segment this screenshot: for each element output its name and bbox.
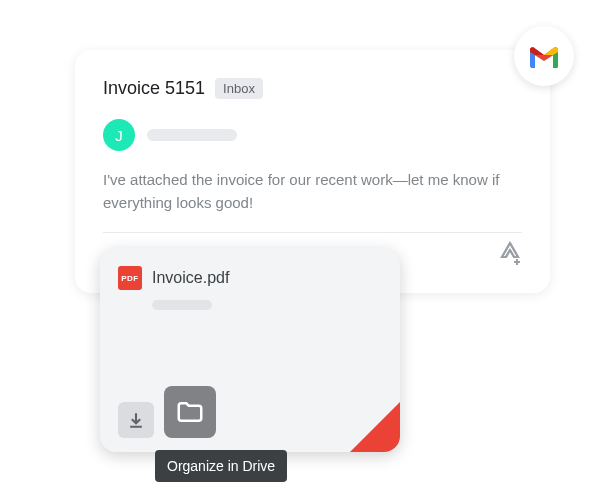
pdf-icon: PDF <box>118 266 142 290</box>
inbox-badge[interactable]: Inbox <box>215 78 263 99</box>
subject-row: Invoice 5151 Inbox <box>103 78 522 99</box>
gmail-icon <box>514 26 574 86</box>
attachment-header: PDF Invoice.pdf <box>118 266 382 290</box>
attachment-filename: Invoice.pdf <box>152 269 229 287</box>
sender-name-placeholder <box>147 129 237 141</box>
email-subject: Invoice 5151 <box>103 78 205 99</box>
download-button[interactable] <box>118 402 154 438</box>
divider <box>103 232 522 233</box>
fold-corner-decoration <box>350 402 400 452</box>
organize-in-drive-button[interactable] <box>164 386 216 438</box>
add-to-drive-icon[interactable] <box>498 241 522 269</box>
email-body: I've attached the invoice for our recent… <box>103 169 522 214</box>
tooltip: Organize in Drive <box>155 450 287 482</box>
avatar[interactable]: J <box>103 119 135 151</box>
attachment-card[interactable]: PDF Invoice.pdf <box>100 248 400 452</box>
sender-row: J <box>103 119 522 151</box>
attachment-meta-placeholder <box>152 300 212 310</box>
attachment-actions <box>118 386 216 438</box>
